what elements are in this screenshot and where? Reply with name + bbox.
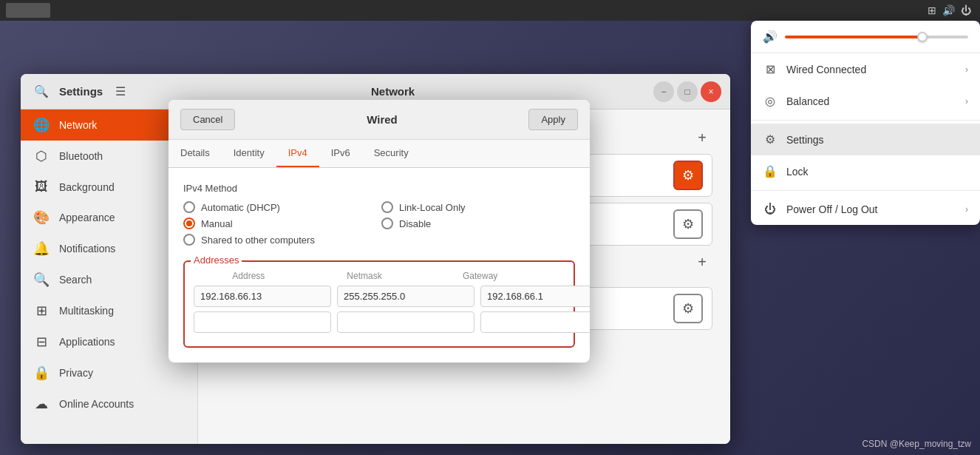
settings-icon: ⚙ [763,132,777,146]
balanced-icon: ◎ [763,94,777,108]
manual-radio[interactable] [183,218,195,229]
balanced-chevron: › [965,96,968,107]
topbar-left [0,3,50,18]
privacy-icon: 🔒 [33,365,50,381]
addr-headers: Address Netmask Gateway [194,271,565,281]
lock-icon: 🔒 [763,164,777,178]
manual-label: Manual [201,218,233,229]
sys-menu-lock-left: 🔒 Lock [763,164,809,178]
search-icon: 🔍 [33,272,50,288]
disable-radio[interactable] [381,218,393,229]
gateway-input-2[interactable] [480,311,590,333]
wired-connected-icon: ⊠ [763,62,777,76]
cancel-button[interactable]: Cancel [180,109,235,130]
method-link-local[interactable]: Link-Local Only [381,201,575,213]
tab-ipv6[interactable]: IPv6 [319,140,362,167]
wired-card-right: ⚙ [673,161,703,190]
sys-menu-divider-2 [751,190,980,191]
gateway-input-1[interactable] [480,286,590,307]
online-accounts-icon: ☁ [33,396,50,412]
network-icon: 🌐 [33,117,50,133]
bluetooth-icon: ⬡ [33,148,50,164]
close-button[interactable]: × [701,81,721,102]
method-manual[interactable]: Manual [183,218,377,229]
method-shared[interactable]: Shared to other computers [183,234,575,246]
dialog-tabs: Details Identity IPv4 IPv6 Security [169,140,590,168]
ipv4-method-options: Automatic (DHCP) Link-Local Only Manual … [183,201,575,246]
netmask-input-1[interactable] [337,286,474,307]
network-topbar-icon[interactable]: ⊞ [928,4,936,16]
volume-knob [917,32,928,42]
tab-details[interactable]: Details [169,140,222,167]
sidebar-item-network-label: Network [59,119,97,131]
power-label: Power Off / Log Out [786,203,877,215]
power-chevron: › [965,204,968,215]
disable-label: Disable [399,218,431,229]
window-controls: − □ × [653,81,721,102]
sys-menu-wired[interactable]: ⊠ Wired Connected › [751,53,980,85]
sidebar-item-privacy-label: Privacy [59,367,93,379]
sidebar-item-online-accounts[interactable]: ☁ Online Accounts [21,388,197,419]
sidebar-item-applications-label: Applications [59,336,115,348]
notifications-icon: 🔔 [33,240,50,257]
wired-connected-label: Wired Connected [786,64,866,75]
sys-menu-settings[interactable]: ⚙ Settings [751,124,980,155]
settings-title: Settings [59,85,103,98]
sidebar-item-notifications-label: Notifications [59,243,115,255]
apply-button[interactable]: Apply [528,109,578,130]
background-icon: 🖼 [33,179,50,195]
wired-gear-button[interactable]: ⚙ [673,161,703,190]
netmask-col-header: Netmask [310,271,420,281]
topbar: ⊞ 🔊 ⏻ [0,0,980,21]
add-second-wired-button[interactable]: + [692,252,712,272]
address-col-header: Address [194,271,304,281]
system-menu: 🔊 ⊠ Wired Connected › ◎ Balanced › ⚙ Set… [751,21,980,225]
balanced-label: Balanced [786,95,829,107]
power-topbar-icon[interactable]: ⏻ [961,4,971,16]
address-input-1[interactable] [194,286,331,307]
maximize-button[interactable]: □ [677,81,698,102]
sidebar-item-background-label: Background [59,181,115,193]
settings-menu-label: Settings [786,134,824,146]
address-input-2[interactable] [194,311,331,333]
sys-menu-lock[interactable]: 🔒 Lock [751,155,980,187]
wired-chevron: › [965,64,968,75]
power-icon: ⏻ [763,203,777,216]
dialog-title: Wired [367,113,398,126]
sidebar-item-multitasking-label: Multitasking [59,305,114,317]
link-local-radio[interactable] [381,201,393,213]
automatic-radio[interactable] [183,201,195,213]
sys-menu-divider-1 [751,120,980,121]
addresses-label: Addresses [191,255,242,266]
settings-search-button[interactable]: 🔍 [30,80,53,104]
sys-menu-power[interactable]: ⏻ Power Off / Log Out › [751,194,980,225]
network-title: Network [371,85,415,98]
sidebar-item-privacy[interactable]: 🔒 Privacy [21,357,197,388]
manual-radio-dot [186,220,192,226]
volume-slider[interactable] [785,36,968,38]
method-disable[interactable]: Disable [381,218,575,229]
tab-security[interactable]: Security [362,140,421,167]
titlebar-left: 🔍 Settings ☰ [30,80,132,104]
ipv4-method-label: IPv4 Method [183,183,575,194]
tab-ipv4[interactable]: IPv4 [276,140,319,167]
sidebar-item-search-label: Search [59,274,92,286]
vpn-gear-button[interactable]: ⚙ [673,294,703,323]
volume-topbar-icon[interactable]: 🔊 [942,4,955,16]
volume-row: 🔊 [751,21,980,53]
sys-menu-balanced-left: ◎ Balanced [763,94,829,108]
add-wired-button[interactable]: + [692,127,712,148]
appearance-icon: 🎨 [33,209,50,226]
sidebar-item-bluetooth-label: Bluetooth [59,150,103,162]
settings-menu-button[interactable]: ☰ [109,80,132,104]
wired-second-gear-button[interactable]: ⚙ [673,209,703,239]
netmask-input-2[interactable] [337,311,474,333]
multitasking-icon: ⊞ [33,303,50,319]
minimize-button[interactable]: − [653,81,674,102]
sys-menu-balanced[interactable]: ◎ Balanced › [751,85,980,117]
shared-radio[interactable] [183,234,195,246]
automatic-label: Automatic (DHCP) [201,202,280,213]
topbar-app-icon [6,3,50,18]
method-automatic[interactable]: Automatic (DHCP) [183,201,377,213]
tab-identity[interactable]: Identity [222,140,276,167]
